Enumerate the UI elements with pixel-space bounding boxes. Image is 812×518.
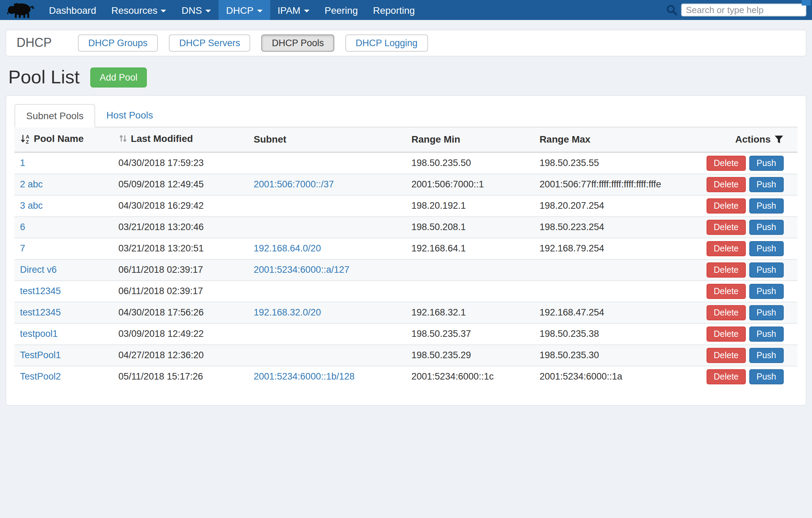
col-range-min: Range Min [406,127,534,152]
delete-button[interactable]: Delete [707,326,745,341]
last-modified-cell: 04/30/2018 16:29:42 [113,195,248,216]
delete-button[interactable]: Delete [707,177,745,192]
tab-host-pools[interactable]: Host Pools [95,104,164,127]
delete-button[interactable]: Delete [707,155,745,170]
sort-updown-icon[interactable] [118,134,127,144]
search-input[interactable] [681,3,806,17]
nav-label: Resources [111,4,158,15]
filter-icon[interactable] [774,135,784,144]
push-button[interactable]: Push [749,155,784,170]
push-button[interactable]: Push [749,305,784,320]
actions-cell: Delete Push [701,195,798,216]
col-label: Last Modified [131,133,193,144]
table-header-row: A Z Pool Name [14,127,798,152]
pool-name-cell: 3 abc [14,195,113,216]
pool-name-cell: Direct v6 [14,259,113,280]
last-modified-cell: 04/30/2018 17:56:26 [113,302,248,323]
delete-button[interactable]: Delete [707,262,745,277]
nav-label: IPAM [277,4,300,15]
page-title: Pool List [8,67,80,88]
nav-label: Reporting [373,4,415,15]
add-pool-button[interactable]: Add Pool [90,68,147,87]
nav-item-peering[interactable]: Peering [317,0,366,20]
subnet-link[interactable]: 2001:5234:6000::a/127 [254,265,349,275]
chevron-down-icon [161,9,166,12]
subnet-cell [248,195,406,216]
table-row: 3 abc 04/30/2018 16:29:42 198.20.192.1 1… [14,195,798,216]
last-modified-cell: 04/30/2018 17:59:23 [113,152,248,174]
col-label: Actions [735,134,771,145]
push-button[interactable]: Push [749,177,784,192]
delete-button[interactable]: Delete [707,369,745,384]
dhcp-groups-button[interactable]: DHCP Groups [78,34,158,52]
subnet-link[interactable]: 2001:506:7000::/37 [254,179,334,189]
table-row: Direct v6 06/11/2018 02:39:17 2001:5234:… [14,259,798,280]
actions-cell: Delete Push [701,174,798,195]
actions-cell: Delete Push [701,216,798,238]
nav-item-ipam[interactable]: IPAM [270,0,317,20]
col-last-modified[interactable]: Last Modified [113,127,248,152]
dhcp-servers-button[interactable]: DHCP Servers [169,34,251,52]
subnet-cell: 2001:5234:6000::a/127 [248,259,406,280]
range-min-cell [406,259,534,280]
col-pool-name[interactable]: A Z Pool Name [14,127,113,152]
chevron-down-icon [304,9,309,12]
corner-badge[interactable] [802,0,811,6]
nav-item-dns[interactable]: DNS [174,0,219,20]
search-icon[interactable] [666,4,678,16]
pool-name-link[interactable]: Direct v6 [20,265,57,275]
pool-name-link[interactable]: 3 abc [20,200,43,211]
pool-name-link[interactable]: 7 [20,243,25,253]
range-max-cell [534,280,701,302]
delete-button[interactable]: Delete [707,283,745,299]
push-button[interactable]: Push [749,262,784,277]
push-button[interactable]: Push [749,283,784,299]
delete-button[interactable]: Delete [707,198,745,213]
range-max-cell: 198.50.235.30 [534,344,701,366]
range-max-cell: 198.50.235.55 [534,152,701,174]
delete-button[interactable]: Delete [707,219,745,235]
pool-name-link[interactable]: testpool1 [20,329,58,339]
pool-name-link[interactable]: 1 [20,158,25,168]
chevron-down-icon [257,9,262,12]
col-range-max: Range Max [534,127,701,152]
nav-label: DNS [182,4,202,15]
pool-name-link[interactable]: 6 [20,222,25,232]
range-max-cell: 192.168.79.254 [534,238,701,259]
pool-name-link[interactable]: TestPool1 [20,350,61,360]
delete-button[interactable]: Delete [707,305,745,320]
pool-name-link[interactable]: test12345 [20,307,61,318]
push-button[interactable]: Push [749,369,784,384]
table-row: 2 abc 05/09/2018 12:49:45 2001:506:7000:… [14,174,798,195]
delete-button[interactable]: Delete [707,348,745,363]
push-button[interactable]: Push [749,219,784,235]
push-button[interactable]: Push [749,241,784,256]
section-title: DHCP [17,36,52,50]
nav-item-reporting[interactable]: Reporting [365,0,422,20]
pool-name-cell: testpool1 [14,323,113,344]
subnet-cell: 2001:506:7000::/37 [248,174,406,195]
subnet-link[interactable]: 2001:5234:6000::1b/128 [254,371,355,382]
last-modified-cell: 03/21/2018 13:20:51 [113,238,248,259]
push-button[interactable]: Push [749,326,784,341]
nav-item-dashboard[interactable]: Dashboard [41,0,104,20]
delete-button[interactable]: Delete [707,241,745,256]
push-button[interactable]: Push [749,348,784,363]
pool-table: A Z Pool Name [14,127,798,387]
pool-name-cell: 2 abc [14,174,113,195]
tab-subnet-pools[interactable]: Subnet Pools [14,104,95,127]
sort-az-icon[interactable]: A Z [20,133,30,144]
pool-name-link[interactable]: 2 abc [20,179,43,189]
subnet-link[interactable]: 192.168.32.0/20 [254,307,321,318]
pool-name-link[interactable]: TestPool2 [20,371,61,382]
dhcp-pools-button[interactable]: DHCP Pools [262,34,334,52]
subnet-link[interactable]: 192.168.64.0/20 [254,243,321,253]
subnet-cell: 2001:5234:6000::1b/128 [248,366,406,387]
subnet-cell [248,216,406,238]
dhcp-logging-button[interactable]: DHCP Logging [345,34,428,52]
nav-item-resources[interactable]: Resources [104,0,174,20]
nav-item-dhcp[interactable]: DHCP [219,0,270,20]
range-max-cell: 2001:5234:6000::1a [534,366,701,387]
pool-name-link[interactable]: test12345 [20,286,61,296]
push-button[interactable]: Push [749,198,784,213]
